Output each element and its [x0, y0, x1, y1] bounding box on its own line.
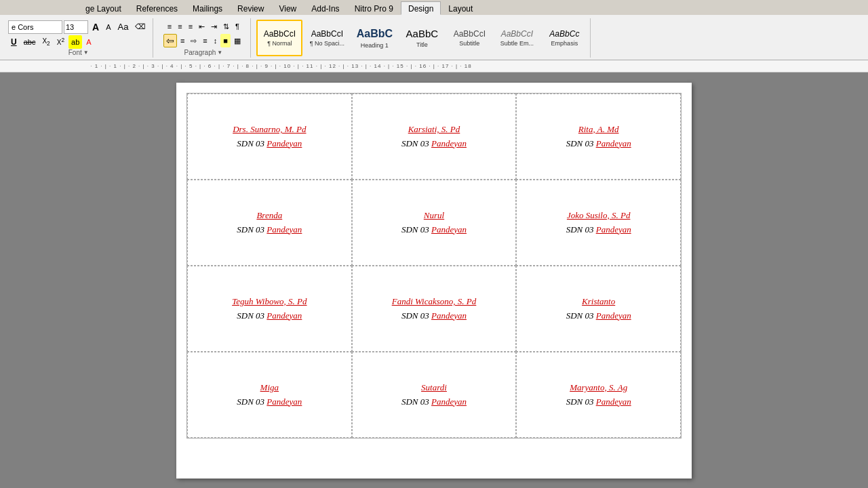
numbering-btn[interactable]: ≡ — [175, 20, 184, 33]
align-right-btn[interactable]: ⇨ — [188, 34, 199, 47]
styles-group: AaBbCcI ¶ Normal AaBbCcI ¶ No Spaci... A… — [254, 18, 591, 58]
label-name: Maryanto, S. Ag — [570, 381, 627, 395]
label-school: SDN 03 Pandeyan — [237, 223, 302, 237]
label-grid: Drs. Sunarno, M. PdSDN 03 PandeyanKarsia… — [186, 93, 682, 439]
font-size-input[interactable] — [64, 20, 88, 34]
tab-references[interactable]: References — [129, 1, 185, 15]
label-cell: Teguh Wibowo, S. PdSDN 03 Pandeyan — [187, 266, 352, 352]
label-cell: MigaSDN 03 Pandeyan — [187, 352, 352, 438]
style-normal-preview: AaBbCcI — [264, 29, 296, 39]
decrease-indent-btn[interactable]: ⇤ — [196, 20, 208, 33]
label-school: SDN 03 Pandeyan — [566, 309, 631, 323]
label-name: Joko Susilo, S. Pd — [567, 209, 631, 223]
borders-btn[interactable]: ▦ — [231, 34, 243, 47]
label-cell: BrendaSDN 03 Pandeyan — [187, 180, 352, 266]
tab-nitro[interactable]: Nitro Pro 9 — [347, 1, 401, 15]
ribbon: ge Layout References Mailings Review Vie… — [0, 0, 868, 60]
style-title[interactable]: AaBbC Title — [399, 20, 445, 56]
subscript-btn[interactable]: X2 — [39, 35, 52, 49]
multilevel-btn[interactable]: ≡ — [186, 20, 195, 33]
change-case-btn[interactable]: Aa — [115, 20, 131, 34]
bullets-btn[interactable]: ≡ — [165, 20, 174, 33]
label-school: SDN 03 Pandeyan — [237, 137, 302, 151]
tab-layout[interactable]: Layout — [441, 1, 480, 15]
font-color-btn[interactable]: A — [83, 35, 94, 49]
paragraph-group: ≡ ≡ ≡ ⇤ ⇥ ⇅ ¶ ⇦ ≡ ⇨ ≡ ↕ ■ ▦ — [156, 18, 251, 58]
highlight-btn[interactable]: ab — [68, 35, 82, 49]
style-subtle-em-preview: AaBbCcI — [501, 29, 533, 39]
style-no-spacing-label: ¶ No Spaci... — [310, 40, 344, 47]
para-row-1: ≡ ≡ ≡ ⇤ ⇥ ⇅ ¶ — [165, 20, 242, 33]
label-name: Kristanto — [582, 295, 615, 309]
label-name: Brenda — [256, 209, 282, 223]
label-cell: Rita, A. MdSDN 03 Pandeyan — [516, 94, 681, 180]
label-name: Nurul — [424, 209, 444, 223]
increase-indent-btn[interactable]: ⇥ — [208, 20, 220, 33]
label-cell: Maryanto, S. AgSDN 03 Pandeyan — [516, 352, 681, 438]
style-emphasis[interactable]: AaBbCc Emphasis — [541, 20, 587, 56]
style-emphasis-label: Emphasis — [551, 40, 578, 47]
underline-btn[interactable]: U — [8, 35, 20, 49]
style-emphasis-preview: AaBbCc — [549, 29, 579, 39]
label-cell: Fandi Wicaksono, S. PdSDN 03 Pandeyan — [352, 266, 517, 352]
superscript-btn[interactable]: X2 — [54, 35, 67, 49]
sort-btn[interactable]: ⇅ — [220, 20, 232, 33]
label-cell: Joko Susilo, S. PdSDN 03 Pandeyan — [516, 180, 681, 266]
strikethrough-btn[interactable]: abc — [21, 35, 39, 49]
label-school: SDN 03 Pandeyan — [401, 309, 467, 323]
label-name: Karsiati, S. Pd — [408, 123, 460, 137]
ruler-marks: · 1 · | · 1 · | · 2 · | · 3 · | · 4 · | … — [88, 63, 472, 69]
font-name-input[interactable] — [8, 20, 62, 34]
style-subtle-em-label: Subtle Em... — [500, 40, 534, 47]
label-cell: SutardiSDN 03 Pandeyan — [352, 352, 517, 438]
tab-view[interactable]: View — [271, 1, 304, 15]
tab-add-ins[interactable]: Add-Ins — [304, 1, 347, 15]
style-subtitle[interactable]: AaBbCcI Subtitle — [446, 20, 492, 56]
label-school: SDN 03 Pandeyan — [237, 395, 302, 409]
line-spacing-btn[interactable]: ↕ — [211, 34, 220, 47]
document-area: Drs. Sunarno, M. PdSDN 03 PandeyanKarsia… — [0, 73, 868, 488]
ruler: · 1 · | · 1 · | · 2 · | · 3 · | · 4 · | … — [0, 60, 868, 73]
para-row-2: ⇦ ≡ ⇨ ≡ ↕ ■ ▦ — [163, 34, 243, 47]
font-controls: A A Aa ⌫ U abc X2 X2 ab A — [8, 18, 149, 49]
clear-format-btn[interactable]: ⌫ — [132, 20, 149, 34]
align-left-btn[interactable]: ⇦ — [163, 34, 177, 47]
tab-mailings[interactable]: Mailings — [185, 1, 230, 15]
label-school: SDN 03 Pandeyan — [237, 309, 302, 323]
style-subtitle-preview: AaBbCcI — [454, 29, 486, 39]
style-heading1-label: Heading 1 — [361, 42, 389, 49]
label-cell: Karsiati, S. PdSDN 03 Pandeyan — [352, 94, 517, 180]
label-name: Rita, A. Md — [578, 123, 619, 137]
label-name: Fandi Wicaksono, S. Pd — [392, 295, 477, 309]
shading-btn[interactable]: ■ — [220, 34, 231, 47]
show-marks-btn[interactable]: ¶ — [233, 20, 242, 33]
tab-review[interactable]: Review — [230, 1, 271, 15]
document-page: Drs. Sunarno, M. PdSDN 03 PandeyanKarsia… — [176, 83, 692, 479]
label-cell: NurulSDN 03 Pandeyan — [352, 180, 517, 266]
label-school: SDN 03 Pandeyan — [566, 137, 631, 151]
label-school: SDN 03 Pandeyan — [566, 223, 631, 237]
style-subtle-em[interactable]: AaBbCcI Subtle Em... — [494, 20, 540, 56]
style-title-preview: AaBbC — [406, 28, 439, 40]
label-cell: KristantoSDN 03 Pandeyan — [516, 266, 681, 352]
style-no-spacing[interactable]: AaBbCcI ¶ No Spaci... — [304, 20, 350, 56]
paragraph-controls: ≡ ≡ ≡ ⇤ ⇥ ⇅ ¶ ⇦ ≡ ⇨ ≡ ↕ ■ ▦ — [163, 18, 243, 49]
style-heading1[interactable]: AaBbC Heading 1 — [351, 20, 397, 56]
style-heading1-preview: AaBbC — [357, 27, 393, 40]
justify-btn[interactable]: ≡ — [200, 34, 210, 47]
label-name: Drs. Sunarno, M. Pd — [233, 123, 306, 137]
paragraph-group-label: Paragraph ▼ — [160, 49, 246, 58]
ribbon-tab-bar: ge Layout References Mailings Review Vie… — [0, 0, 868, 15]
label-cell: Drs. Sunarno, M. PdSDN 03 Pandeyan — [187, 94, 352, 180]
style-normal[interactable]: AaBbCcI ¶ Normal — [256, 20, 302, 56]
label-name: Sutardi — [421, 381, 447, 395]
ribbon-toolbar: A A Aa ⌫ U abc X2 X2 ab A Fo — [0, 15, 868, 60]
tab-design[interactable]: Design — [401, 1, 441, 15]
font-grow-btn[interactable]: A — [90, 20, 102, 34]
style-no-spacing-preview: AaBbCcI — [311, 29, 343, 39]
label-name: Miga — [260, 381, 279, 395]
font-group: A A Aa ⌫ U abc X2 X2 ab A Fo — [4, 18, 153, 58]
tab-page-layout[interactable]: ge Layout — [78, 1, 129, 15]
align-center-btn[interactable]: ≡ — [178, 34, 187, 47]
font-shrink-btn[interactable]: A — [103, 20, 113, 34]
